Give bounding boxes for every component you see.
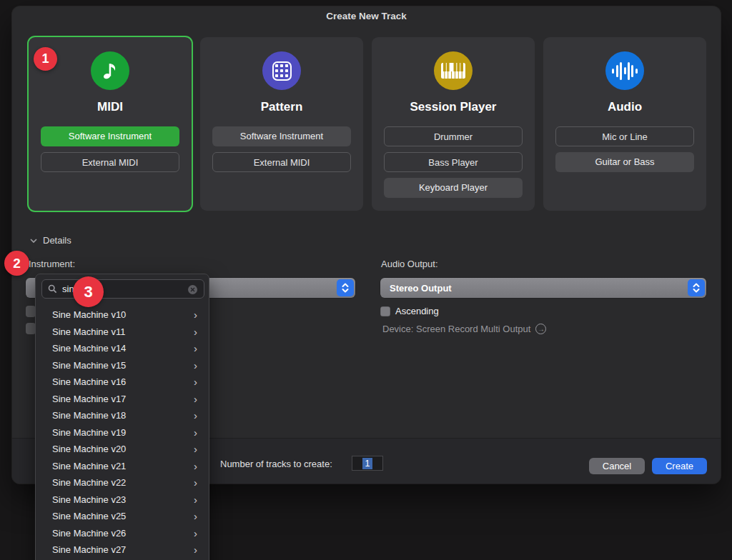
chevron-right-icon <box>194 476 197 489</box>
instrument-label: Instrument: <box>29 259 75 269</box>
external-midi-button[interactable]: External MIDI <box>212 152 351 172</box>
chevron-right-icon <box>194 426 197 439</box>
instrument-option[interactable]: Sine Machine v21 <box>36 458 209 475</box>
dialog-title: Create New Track <box>12 9 721 24</box>
device-info: Device: Screen Record Multi Output → <box>382 324 546 334</box>
waveform-icon <box>605 51 644 90</box>
instrument-option-label: Sine Machine v17 <box>52 394 194 404</box>
chevron-right-icon <box>194 494 197 506</box>
instrument-option-label: Sine Machine v22 <box>52 477 194 488</box>
instrument-option-label: Sine Machine v25 <box>52 511 194 521</box>
bass-player-button[interactable]: Bass Player <box>384 152 523 172</box>
chevron-right-icon <box>194 393 197 405</box>
instrument-dropdown-panel: sine Sine Machine v10 Sine Machine v11 S… <box>35 274 209 560</box>
keyboard-player-button[interactable]: Keyboard Player <box>384 178 523 198</box>
instrument-option-label: Sine Machine v11 <box>52 326 194 337</box>
audio-output-label: Audio Output: <box>381 259 438 269</box>
instrument-option[interactable]: Sine Machine v26 <box>36 525 209 542</box>
search-icon <box>48 284 57 294</box>
instrument-option[interactable]: Sine Machine v18 <box>36 407 209 424</box>
audio-output-value: Stereo Output <box>390 283 452 294</box>
screenshot-canvas: { "colors": { "accent_blue": "#2d6fe6", … <box>0 0 732 560</box>
instrument-option[interactable]: Sine Machine v10 <box>36 306 209 324</box>
instrument-option-label: Sine Machine v23 <box>52 494 194 505</box>
annotation-badge-3: 3 <box>73 276 104 307</box>
piano-keys-icon <box>434 51 473 90</box>
software-instrument-button[interactable]: Software Instrument <box>41 126 179 146</box>
chevron-right-icon <box>194 309 197 321</box>
tracks-count-field[interactable]: 1 <box>352 456 383 471</box>
ascending-label: Ascending <box>395 306 439 316</box>
details-label: Details <box>43 235 71 246</box>
instrument-option[interactable]: Sine Machine v25 <box>36 508 209 525</box>
instrument-option[interactable]: Sine Machine v16 <box>36 374 209 391</box>
annotation-badge-2: 2 <box>4 251 29 276</box>
card-title: MIDI <box>29 100 192 114</box>
device-text: Device: Screen Record Multi Output <box>382 324 530 334</box>
software-instrument-button[interactable]: Software Instrument <box>212 126 351 146</box>
instrument-option[interactable]: Sine Machine v11 <box>36 324 209 341</box>
ascending-checkbox[interactable] <box>380 306 390 316</box>
tracks-count-value: 1 <box>362 458 373 469</box>
instrument-option[interactable]: Sine Machine v20 <box>36 441 209 458</box>
cancel-button[interactable]: Cancel <box>589 458 645 474</box>
chevron-right-icon <box>194 510 197 522</box>
instrument-option-label: Sine Machine v21 <box>52 461 194 471</box>
chevron-right-icon <box>194 359 197 371</box>
instrument-option-label: Sine Machine v18 <box>52 410 194 421</box>
audio-output-popup[interactable]: Stereo Output <box>380 278 706 298</box>
card-audio[interactable]: Audio Mic or Line Guitar or Bass <box>543 37 706 211</box>
card-title: Session Player <box>372 100 535 114</box>
instrument-option[interactable]: Sine Machine v23 <box>36 491 209 509</box>
card-title: Pattern <box>200 100 363 114</box>
mic-or-line-button[interactable]: Mic or Line <box>555 126 694 146</box>
chevron-right-icon <box>194 544 197 556</box>
tracks-count-label: Number of tracks to create: <box>220 459 332 469</box>
card-title: Audio <box>543 100 706 114</box>
chevron-down-icon <box>30 239 37 243</box>
go-to-device-icon[interactable]: → <box>535 324 546 334</box>
instrument-list: Sine Machine v10 Sine Machine v11 Sine M… <box>36 306 209 559</box>
chevron-right-icon <box>194 443 197 455</box>
instrument-option-label: Sine Machine v16 <box>52 376 194 387</box>
instrument-option-label: Sine Machine v10 <box>52 309 194 320</box>
instrument-option-label: Sine Machine v19 <box>52 427 194 438</box>
instrument-option[interactable]: Sine Machine v22 <box>36 474 209 491</box>
chevron-right-icon <box>194 409 197 421</box>
instrument-option-label: Sine Machine v26 <box>52 528 194 539</box>
chevron-right-icon <box>194 460 197 472</box>
external-midi-button[interactable]: External MIDI <box>41 152 179 172</box>
create-button[interactable]: Create <box>652 458 707 474</box>
card-session-player[interactable]: Session Player Drummer Bass Player Keybo… <box>372 37 535 211</box>
instrument-option-label: Sine Machine v27 <box>52 544 194 555</box>
instrument-option[interactable]: Sine Machine v15 <box>36 357 209 374</box>
instrument-option-label: Sine Machine v15 <box>52 360 194 371</box>
instrument-option-label: Sine Machine v20 <box>52 444 194 454</box>
instrument-option[interactable]: Sine Machine v14 <box>36 340 209 357</box>
chevron-right-icon <box>194 342 197 354</box>
chevron-right-icon <box>194 527 197 539</box>
drummer-button[interactable]: Drummer <box>384 126 523 146</box>
pattern-grid-icon <box>262 51 301 90</box>
clear-search-icon[interactable] <box>188 285 197 294</box>
stepper-arrows-icon[interactable] <box>688 279 705 296</box>
details-disclosure[interactable]: Details <box>30 235 71 246</box>
instrument-option[interactable]: Sine Machine v17 <box>36 391 209 408</box>
instrument-option[interactable]: Sine Machine v27 <box>36 541 209 559</box>
midi-note-icon <box>91 51 129 90</box>
chevron-right-icon <box>194 326 197 338</box>
instrument-search-input[interactable]: sine <box>41 279 204 299</box>
chevron-right-icon <box>194 376 197 388</box>
hidden-checkbox[interactable] <box>26 306 36 317</box>
stepper-arrows-icon[interactable] <box>337 279 354 296</box>
instrument-option-label: Sine Machine v14 <box>52 343 194 354</box>
card-pattern[interactable]: Pattern Software Instrument External MID… <box>200 37 363 211</box>
hidden-checkbox[interactable] <box>26 323 36 334</box>
instrument-option[interactable]: Sine Machine v19 <box>36 424 209 441</box>
annotation-badge-1: 1 <box>34 47 57 71</box>
guitar-or-bass-button[interactable]: Guitar or Bass <box>555 152 694 172</box>
